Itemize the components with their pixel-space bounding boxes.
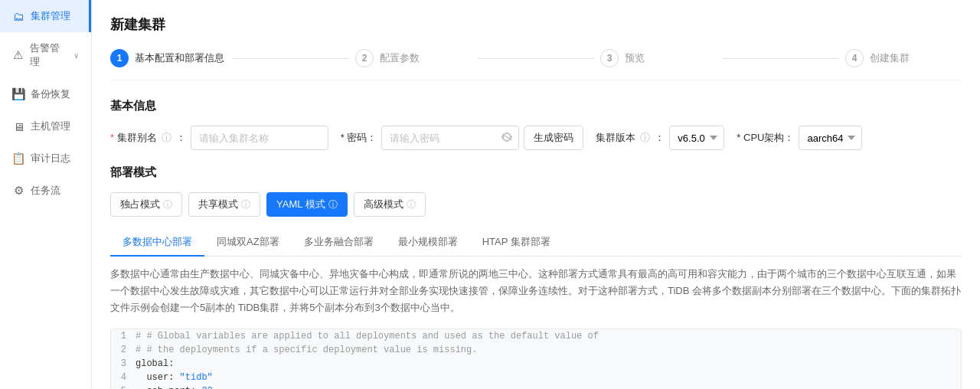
cpu-arch-label: * CPU架构： [737, 131, 794, 145]
password-toggle-icon[interactable] [501, 132, 513, 144]
step-divider-2 [478, 58, 594, 59]
sidebar-item-backup[interactable]: 💾 备份恢复 [0, 78, 91, 110]
sidebar-arrow-alert: ∨ [74, 51, 79, 60]
code-line-5: 5 ssh_port: 22 [111, 384, 961, 389]
deploy-mode-section: 部署模式 独占模式 ⓘ 共享模式 ⓘ YAML 模式 ⓘ 高级模式 ⓘ 多数据中… [110, 165, 962, 389]
code-line-4: 4 user: "tidb" [111, 371, 961, 384]
deploy-mode-buttons: 独占模式 ⓘ 共享模式 ⓘ YAML 模式 ⓘ 高级模式 ⓘ [110, 192, 962, 217]
sidebar-icon-cluster: 🗂 [12, 10, 24, 22]
shared-mode-info-icon[interactable]: ⓘ [241, 198, 250, 211]
generate-password-button[interactable]: 生成密码 [524, 126, 583, 150]
sidebar-label-task: 任务流 [31, 184, 60, 198]
step-1: 1 基本配置和部署信息 [110, 49, 227, 67]
password-group: * 密码： 生成密码 [341, 126, 584, 150]
sidebar-icon-audit: 📋 [12, 152, 24, 165]
version-select[interactable]: v6.5.0 v6.4.0 v6.3.0 [669, 126, 724, 150]
advanced-mode-button[interactable]: 高级模式 ⓘ [354, 192, 426, 217]
sidebar-icon-task: ⚙ [12, 185, 24, 197]
yaml-mode-info-icon[interactable]: ⓘ [328, 198, 338, 211]
sidebar-label-cluster: 集群管理 [31, 9, 70, 23]
cluster-name-label: * 集群别名 [110, 131, 157, 145]
sidebar-label-audit: 审计日志 [31, 152, 70, 165]
version-group: 集群版本 ⓘ ： v6.5.0 v6.4.0 v6.3.0 [596, 126, 724, 150]
step-3-label: 预览 [625, 51, 645, 65]
exclusive-mode-label: 独占模式 [120, 198, 160, 211]
version-info-icon[interactable]: ⓘ [640, 131, 650, 145]
line-number-5: 5 [111, 386, 136, 389]
yaml-mode-button[interactable]: YAML 模式 ⓘ [266, 192, 348, 217]
exclusive-mode-info-icon[interactable]: ⓘ [163, 198, 172, 211]
sidebar: 🗂 集群管理 ⚠ 告警管理 ∨ 💾 备份恢复 🖥 主机管理 📋 审计日志 ⚙ 任… [0, 0, 92, 389]
code-line-2: 2 # # the deployments if a specific depl… [111, 343, 961, 357]
tab-minimal[interactable]: 最小规模部署 [386, 229, 470, 257]
step-2-label: 配置参数 [380, 51, 420, 65]
password-label: * 密码： [341, 131, 377, 145]
line-content-1: # # Global variables are applied to all … [136, 331, 961, 342]
step-3-circle: 3 [600, 49, 619, 67]
cluster-name-info-icon[interactable]: ⓘ [162, 131, 172, 145]
line-content-3: global: [136, 358, 961, 369]
exclusive-mode-button[interactable]: 独占模式 ⓘ [110, 192, 182, 217]
cluster-name-input[interactable] [191, 126, 328, 150]
tab-htap[interactable]: HTAP 集群部署 [470, 229, 563, 257]
sidebar-label-alert: 告警管理 [30, 41, 67, 69]
page-title: 新建集群 [110, 15, 962, 34]
sidebar-icon-backup: 💾 [12, 88, 24, 100]
password-input[interactable] [381, 126, 519, 150]
line-number-3: 3 [111, 358, 136, 369]
main-content: 新建集群 1 基本配置和部署信息 2 配置参数 3 预览 4 创建集群 基本信息 [92, 0, 980, 389]
line-number-4: 4 [111, 372, 136, 383]
line-number-1: 1 [111, 331, 136, 342]
cpu-arch-select[interactable]: aarch64 x86_64 [799, 126, 862, 150]
advanced-mode-label: 高级模式 [364, 198, 403, 211]
sidebar-label-host: 主机管理 [31, 119, 70, 133]
tab-multi-biz[interactable]: 多业务融合部署 [292, 229, 386, 257]
sidebar-icon-alert: ⚠ [12, 49, 24, 61]
basic-info-section: 基本信息 * 集群别名 ⓘ ： * 密码： [110, 99, 962, 150]
sidebar-item-audit[interactable]: 📋 审计日志 [0, 142, 91, 175]
deploy-description: 多数据中心通常由生产数据中心、同城灾备中心、异地灾备中心构成，即通常所说的两地三… [110, 266, 962, 316]
line-number-2: 2 [111, 345, 136, 355]
steps-bar: 1 基本配置和部署信息 2 配置参数 3 预览 4 创建集群 [110, 49, 962, 80]
version-label: 集群版本 [596, 131, 635, 145]
cpu-arch-group: * CPU架构： aarch64 x86_64 [737, 126, 862, 150]
step-2-circle: 2 [355, 49, 374, 67]
password-wrapper [381, 126, 519, 150]
step-1-label: 基本配置和部署信息 [135, 51, 224, 65]
advanced-mode-info-icon[interactable]: ⓘ [407, 198, 416, 211]
step-4-label: 创建集群 [870, 51, 910, 65]
line-content-5: ssh_port: 22 [136, 386, 961, 389]
tab-multi-dc[interactable]: 多数据中心部署 [110, 229, 204, 257]
code-line-3: 3 global: [111, 357, 961, 371]
code-editor[interactable]: 1 # # Global variables are applied to al… [110, 329, 962, 389]
sidebar-item-alert[interactable]: ⚠ 告警管理 ∨ [0, 32, 91, 78]
code-line-1: 1 # # Global variables are applied to al… [111, 329, 961, 343]
step-2: 2 配置参数 [355, 49, 472, 67]
cluster-name-group: * 集群别名 ⓘ ： [110, 126, 328, 150]
basic-info-form-row: * 集群别名 ⓘ ： * 密码： 生成密码 [110, 126, 962, 150]
shared-mode-label: 共享模式 [198, 198, 238, 211]
sidebar-label-backup: 备份恢复 [31, 87, 70, 101]
deploy-sub-tabs: 多数据中心部署 同城双AZ部署 多业务融合部署 最小规模部署 HTAP 集群部署 [110, 229, 962, 257]
sidebar-icon-host: 🖥 [12, 120, 24, 132]
sidebar-item-task[interactable]: ⚙ 任务流 [0, 175, 91, 207]
basic-info-title: 基本信息 [110, 99, 962, 113]
step-4: 4 创建集群 [845, 49, 962, 67]
step-3: 3 预览 [600, 49, 717, 67]
step-divider-3 [723, 58, 839, 59]
step-4-circle: 4 [845, 49, 864, 67]
yaml-mode-label: YAML 模式 [276, 198, 325, 211]
shared-mode-button[interactable]: 共享模式 ⓘ [188, 192, 260, 217]
tab-dual-az[interactable]: 同城双AZ部署 [204, 229, 292, 257]
deploy-mode-title: 部署模式 [110, 165, 962, 180]
sidebar-item-cluster[interactable]: 🗂 集群管理 [0, 0, 91, 32]
line-content-2: # # the deployments if a specific deploy… [136, 345, 961, 355]
step-divider-1 [233, 58, 349, 59]
step-1-circle: 1 [110, 49, 129, 67]
sidebar-item-host[interactable]: 🖥 主机管理 [0, 110, 91, 142]
line-content-4: user: "tidb" [136, 372, 961, 383]
